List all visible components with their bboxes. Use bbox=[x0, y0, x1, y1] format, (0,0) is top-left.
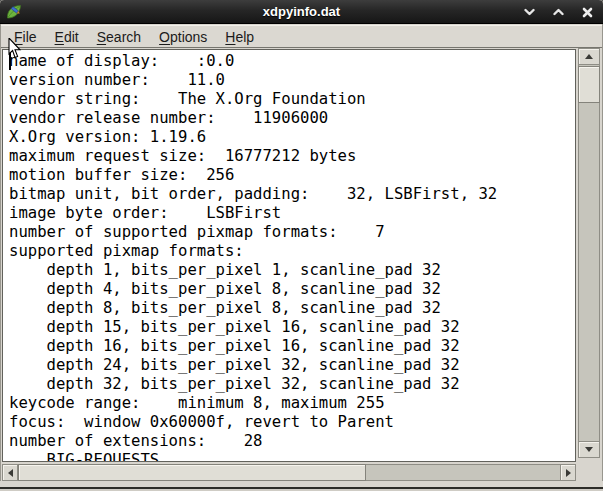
window-controls bbox=[519, 0, 597, 24]
scroll-up-button[interactable] bbox=[578, 48, 600, 65]
vertical-scrollbar[interactable] bbox=[578, 48, 600, 458]
text-line: depth 1, bits_per_pixel 1, scanline_pad … bbox=[9, 261, 575, 280]
title-bar[interactable]: xdpyinfo.dat bbox=[0, 0, 603, 24]
text-editor-area[interactable]: name of display: :0.0version number: 11.… bbox=[2, 49, 576, 462]
text-line: bitmap unit, bit order, padding: 32, LSB… bbox=[9, 185, 575, 204]
menu-item-edit[interactable]: Edit bbox=[46, 27, 88, 47]
menu-item-file[interactable]: File bbox=[5, 27, 46, 47]
scroll-left-button[interactable] bbox=[2, 464, 18, 481]
text-line: depth 8, bits_per_pixel 8, scanline_pad … bbox=[9, 299, 575, 318]
menu-bar: FileEditSearchOptionsHelp bbox=[1, 25, 602, 48]
text-line: vendor string: The X.Org Foundation bbox=[9, 90, 575, 109]
vertical-scrollbar-thumb[interactable] bbox=[578, 66, 600, 103]
leafpad-window: xdpyinfo.dat FileEditSearchOptionsHelp n… bbox=[0, 0, 603, 491]
text-line: depth 4, bits_per_pixel 8, scanline_pad … bbox=[9, 280, 575, 299]
scroll-right-button[interactable] bbox=[560, 464, 576, 481]
window-bottom-border bbox=[0, 481, 603, 491]
text-line: version number: 11.0 bbox=[9, 71, 575, 90]
close-button[interactable] bbox=[577, 2, 597, 22]
text-line: depth 24, bits_per_pixel 32, scanline_pa… bbox=[9, 356, 575, 375]
close-x-icon bbox=[582, 7, 593, 18]
text-line: image byte order: LSBFirst bbox=[9, 204, 575, 223]
scroll-down-button[interactable] bbox=[578, 441, 600, 458]
text-line: BIG-REQUESTS bbox=[9, 451, 575, 462]
horizontal-scrollbar[interactable] bbox=[2, 464, 576, 481]
text-line: focus: window 0x60000f, revert to Parent bbox=[9, 413, 575, 432]
text-line: motion buffer size: 256 bbox=[9, 166, 575, 185]
minimize-button[interactable] bbox=[519, 2, 539, 22]
arrow-down-icon bbox=[585, 447, 593, 452]
text-line: number of supported pixmap formats: 7 bbox=[9, 223, 575, 242]
text-line: depth 32, bits_per_pixel 32, scanline_pa… bbox=[9, 375, 575, 394]
menu-item-help[interactable]: Help bbox=[216, 27, 263, 47]
menu-item-search[interactable]: Search bbox=[88, 27, 150, 47]
text-line: supported pixmap formats: bbox=[9, 242, 575, 261]
text-line: number of extensions: 28 bbox=[9, 432, 575, 451]
arrow-right-icon bbox=[566, 469, 571, 477]
window-title: xdpyinfo.dat bbox=[0, 4, 603, 19]
text-line: depth 15, bits_per_pixel 16, scanline_pa… bbox=[9, 318, 575, 337]
arrow-left-icon bbox=[8, 469, 13, 477]
text-line: keycode range: minimum 8, maximum 255 bbox=[9, 394, 575, 413]
horizontal-scrollbar-thumb[interactable] bbox=[18, 464, 366, 481]
text-line: maximum request size: 16777212 bytes bbox=[9, 147, 575, 166]
text-line: depth 16, bits_per_pixel 16, scanline_pa… bbox=[9, 337, 575, 356]
text-line: name of display: :0.0 bbox=[9, 52, 575, 71]
arrow-up-icon bbox=[585, 54, 593, 59]
chevron-down-icon bbox=[524, 8, 535, 16]
editor-text: name of display: :0.0version number: 11.… bbox=[9, 52, 575, 462]
text-line: X.Org version: 1.19.6 bbox=[9, 128, 575, 147]
text-line: vendor release number: 11906000 bbox=[9, 109, 575, 128]
maximize-button[interactable] bbox=[548, 2, 568, 22]
chevron-up-icon bbox=[553, 8, 564, 16]
menu-item-options[interactable]: Options bbox=[150, 27, 216, 47]
